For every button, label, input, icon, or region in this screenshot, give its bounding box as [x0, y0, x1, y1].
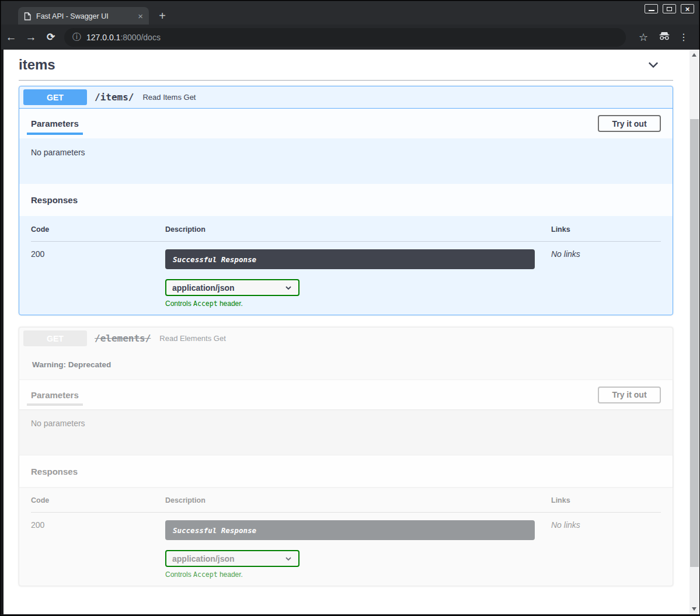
tab-parameters[interactable]: Parameters: [31, 380, 79, 409]
scrollbar-up-icon[interactable]: [692, 53, 696, 57]
url-path: :8000/docs: [120, 33, 161, 42]
no-links-text: No links: [551, 520, 580, 530]
opblock-get-elements-deprecated: GET /elements/ Read Elements Get Warning…: [19, 327, 673, 586]
responses-table: Code Description Links 200 Successful Re…: [19, 216, 673, 315]
address-bar[interactable]: ⓘ 127.0.0.1 :8000/docs: [64, 28, 626, 47]
back-icon[interactable]: ←: [1, 31, 21, 44]
window-maximize-button[interactable]: [663, 4, 676, 13]
media-type-select[interactable]: application/json: [165, 279, 299, 296]
browser-menu-icon[interactable]: ⋮: [675, 32, 692, 43]
no-links-text: No links: [551, 249, 580, 259]
parameters-body: No parameters: [19, 409, 673, 455]
operation-path: /elements/: [95, 333, 151, 344]
bookmark-star-icon[interactable]: ☆: [633, 31, 654, 44]
section-divider: [19, 80, 673, 81]
incognito-icon: [654, 31, 675, 43]
select-chevron-icon: [284, 555, 292, 563]
forward-icon[interactable]: →: [21, 31, 41, 44]
responses-table: Code Description Links 200 Successful Re…: [19, 487, 673, 586]
maximize-icon: [667, 7, 672, 11]
opblock-get-items: GET /items/ Read Items Get Parameters Tr…: [19, 86, 673, 315]
response-description-box: Successful Response: [165, 249, 535, 269]
operation-summary[interactable]: GET /items/ Read Items Get: [19, 86, 673, 109]
browser-window: Fast API - Swagger UI × + × ← → ⟳ ⓘ 127.…: [0, 0, 700, 616]
responses-table-head: Code Description Links: [31, 496, 661, 513]
parameters-header: Parameters Try it out: [19, 380, 673, 409]
new-tab-button[interactable]: +: [155, 8, 169, 23]
media-type-value: application/json: [172, 283, 284, 293]
try-it-out-button[interactable]: Try it out: [598, 387, 661, 403]
tab-strip: Fast API - Swagger UI × + ×: [1, 1, 699, 25]
browser-toolbar: ← → ⟳ ⓘ 127.0.0.1 :8000/docs ☆ ⋮: [1, 25, 699, 50]
method-badge: GET: [23, 89, 87, 105]
tag-title: items: [19, 57, 646, 73]
browser-tab[interactable]: Fast API - Swagger UI ×: [18, 7, 149, 25]
scrollbar-thumb[interactable]: [690, 119, 699, 567]
response-row: 200 Successful Response application/json…: [31, 513, 661, 579]
parameters-body: No parameters: [19, 138, 673, 184]
operation-path: /items/: [95, 92, 134, 103]
try-it-out-button[interactable]: Try it out: [598, 115, 661, 132]
page-favicon-icon: [24, 12, 31, 20]
operation-summary[interactable]: GET /elements/ Read Elements Get: [19, 328, 673, 350]
page-content: items GET /items/ Read Items Get Paramet…: [4, 50, 689, 614]
tab-title: Fast API - Swagger UI: [36, 12, 134, 20]
col-header-description: Description: [165, 496, 551, 504]
no-parameters-text: No parameters: [31, 148, 85, 157]
response-code: 200: [31, 520, 165, 579]
responses-label: Responses: [31, 467, 78, 476]
no-parameters-text: No parameters: [31, 419, 85, 428]
method-badge: GET: [23, 330, 87, 346]
response-description-box: Successful Response: [165, 520, 535, 540]
col-header-links: Links: [551, 496, 661, 504]
responses-table-head: Code Description Links: [31, 225, 661, 242]
col-header-description: Description: [165, 225, 551, 234]
site-info-icon[interactable]: ⓘ: [72, 32, 81, 43]
select-chevron-icon: [284, 284, 292, 292]
parameters-label: Parameters: [31, 390, 79, 400]
media-type-select[interactable]: application/json: [165, 550, 299, 567]
minimize-icon: [649, 10, 654, 11]
operation-description: Read Elements Get: [159, 334, 225, 343]
col-header-code: Code: [31, 225, 165, 234]
responses-label: Responses: [31, 195, 78, 205]
col-header-links: Links: [551, 225, 661, 234]
col-header-code: Code: [31, 496, 165, 504]
response-code: 200: [31, 249, 165, 308]
reload-icon[interactable]: ⟳: [41, 31, 61, 43]
close-icon: ×: [685, 5, 690, 13]
window-controls: ×: [645, 4, 694, 13]
deprecated-warning: Warning: Deprecated: [19, 350, 673, 380]
responses-header: Responses: [19, 184, 673, 216]
active-tab-underline: [27, 403, 83, 406]
accept-header-note: Controls Accept header.: [165, 570, 551, 579]
operation-description: Read Items Get: [142, 93, 196, 102]
window-close-button[interactable]: ×: [681, 4, 694, 13]
responses-header: Responses: [19, 455, 673, 487]
media-type-value: application/json: [172, 554, 284, 563]
tab-parameters[interactable]: Parameters: [31, 109, 79, 138]
scrollbar-down-icon[interactable]: [692, 607, 696, 611]
active-tab-underline: [27, 133, 83, 135]
chevron-down-icon[interactable]: [646, 58, 660, 72]
url-host: 127.0.0.1: [86, 33, 120, 42]
accept-header-note: Controls Accept header.: [165, 300, 551, 308]
tab-close-icon[interactable]: ×: [138, 11, 143, 21]
tag-section-header[interactable]: items: [19, 54, 673, 75]
parameters-label: Parameters: [31, 119, 79, 128]
parameters-header: Parameters Try it out: [19, 109, 673, 138]
response-row: 200 Successful Response application/json…: [31, 242, 661, 308]
scrollbar[interactable]: [689, 50, 699, 614]
window-minimize-button[interactable]: [645, 4, 658, 13]
